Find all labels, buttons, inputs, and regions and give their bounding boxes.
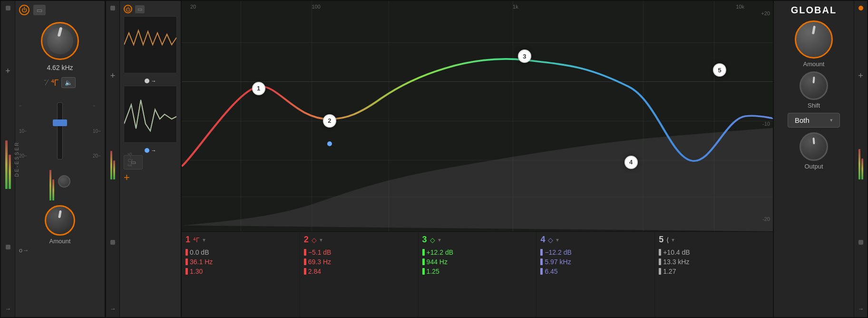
band-2-number: 2 [328, 117, 331, 124]
band-5-dropdown[interactable]: ▾ [672, 237, 674, 243]
fader-label-20: 20− [19, 153, 27, 159]
band-3-filter-icon[interactable]: ◇ [430, 236, 435, 244]
global-output-knob[interactable] [800, 132, 828, 161]
band-1-header: 1 ⁴Γ ▾ [185, 235, 296, 245]
band-5-number-label[interactable]: 5 [659, 235, 663, 245]
deesser-fader-container [30, 102, 90, 159]
band-1-freq-row: 36.1 Hz [185, 258, 296, 266]
eq-controls-row: 1 ⁴Γ ▾ 0.0 dB 36.1 Hz 1.30 [182, 231, 773, 317]
fader-label-10: 10− [19, 129, 27, 134]
mid-meter [110, 141, 115, 179]
eq5-folder-button[interactable]: ▭ [135, 5, 145, 13]
band-node-1[interactable]: 1 [252, 82, 265, 95]
band-5-freq-value[interactable]: 13.3 kHz [663, 258, 689, 266]
band-node-2[interactable]: 2 [323, 114, 336, 128]
band-5-freq-row: 13.3 kHz [659, 258, 769, 266]
band-2-db-value[interactable]: −5.1 dB [308, 248, 332, 256]
band-4-freq-value[interactable]: 5.97 kHz [545, 258, 571, 266]
band-1-q-value[interactable]: 1.30 [190, 268, 203, 275]
deesser-fader-handle[interactable] [53, 119, 67, 126]
band-3-freq-value[interactable]: 944 Hz [427, 258, 448, 266]
band-1-filter-icon[interactable]: ⁴Γ [193, 236, 200, 244]
band-2-filter-icon[interactable]: ◇ [312, 236, 317, 244]
band-3-q-value[interactable]: 1.25 [427, 268, 439, 275]
right-arrow-button[interactable]: → [858, 305, 864, 312]
band-1-dropdown[interactable]: ▾ [203, 237, 205, 243]
band-5-filter-icon[interactable]: ⟨ [666, 236, 669, 244]
mid-arrow-button[interactable]: → [110, 305, 116, 312]
band-2-dropdown[interactable]: ▾ [320, 237, 322, 243]
deesser-amount-knob[interactable] [45, 205, 75, 236]
deesser-power-button[interactable]: ⏻ [19, 5, 29, 15]
band-5-q-value[interactable]: 1.27 [663, 268, 676, 275]
band-3-db-bar [422, 249, 425, 256]
eq5-arrow-icon-top: → [151, 78, 156, 84]
eq5-power-icon: ⏻ [126, 7, 130, 12]
deesser-threshold-section: − 10− 20− − 10− 20− [19, 93, 101, 159]
band-5-db-value[interactable]: +10.4 dB [663, 248, 690, 256]
band-node-5[interactable]: 5 [713, 63, 726, 77]
deesser-meter-seg2 [52, 179, 54, 200]
band-2-db-row: −5.1 dB [304, 248, 414, 256]
band-2-header: 2 ◇ ▾ [304, 235, 414, 245]
deesser-freq-knob[interactable] [41, 22, 79, 60]
band-1-freq-value[interactable]: 36.1 Hz [190, 258, 213, 266]
eq5-rect-button[interactable]: ▭ [124, 155, 143, 169]
filter-shape-shelf[interactable]: ˉ∕ [44, 79, 48, 87]
band-3-db-value[interactable]: +12.2 dB [427, 248, 453, 256]
band-2-number-label[interactable]: 2 [304, 235, 309, 245]
mid-meter-seg1 [110, 151, 112, 179]
eq5-add-button[interactable]: + [124, 171, 177, 184]
band-4-q-value[interactable]: 6.45 [545, 268, 557, 275]
both-dropdown-arrow: ▾ [830, 117, 833, 123]
deesser-folder-button[interactable]: ▭ [33, 5, 46, 15]
band-node-3[interactable]: 3 [518, 50, 531, 63]
left-arrow-button[interactable]: → [5, 305, 11, 312]
band-4-filter-icon[interactable]: ◇ [548, 236, 553, 244]
band-4-freq-row: 5.97 kHz [540, 258, 651, 266]
band-4-dropdown[interactable]: ▾ [556, 237, 559, 243]
band-4-number-label[interactable]: 4 [540, 235, 545, 245]
band-3-q-row: 1.25 [422, 268, 533, 275]
meter-seg-2 [9, 155, 11, 189]
meter-seg-1 [5, 140, 8, 189]
eq5-power-button[interactable]: ⏻ [124, 5, 132, 13]
eq5-panel: ⏻ ▭ → → ▭ [120, 1, 182, 317]
band-node-4[interactable]: 4 [624, 156, 638, 169]
global-amount-knob[interactable] [795, 20, 833, 59]
band-1-freq-bar [185, 258, 188, 265]
deesser-fader-labels-2: − 10− 20− [93, 102, 101, 159]
eq5-arrow-icon-bottom: → [151, 148, 156, 153]
filter-shape-bell[interactable]: ⁴Γ [51, 78, 59, 88]
deesser-route-button[interactable]: o→ [19, 247, 29, 254]
mid-add-button[interactable]: + [110, 71, 116, 81]
deesser-fader-track[interactable] [57, 102, 63, 159]
band-3-q-bar [422, 268, 425, 275]
spectrum-fill [182, 128, 773, 231]
global-both-dropdown[interactable]: Both ▾ [788, 113, 840, 128]
left-strip-dot-bottom [6, 245, 10, 249]
band-3-dropdown[interactable]: ▾ [438, 237, 441, 243]
band-2-freq-bar [304, 258, 306, 265]
band-3-number-label[interactable]: 3 [422, 235, 427, 245]
right-add-button[interactable]: + [858, 71, 863, 81]
band-5-q-bar [659, 268, 661, 275]
band-4-db-value[interactable]: −12.2 dB [545, 248, 571, 256]
deesser-meter-seg1 [49, 170, 51, 200]
global-title: GLOBAL [791, 5, 837, 16]
global-shift-label: Shift [808, 102, 820, 109]
band-1-db-value[interactable]: 0.0 dB [190, 248, 209, 256]
eq5-folder-icon: ▭ [137, 6, 142, 12]
band-2-q-value[interactable]: 2.84 [308, 268, 321, 275]
left-strip: + → [1, 1, 15, 317]
global-shift-knob[interactable] [800, 71, 828, 100]
band-5-number: 5 [718, 67, 722, 74]
band-2-freq-value[interactable]: 69.3 Hz [308, 258, 331, 266]
global-amount-label: Amount [803, 60, 825, 68]
eq-graph[interactable]: 20 100 1k 10k +20 -10 -20 [182, 1, 773, 231]
left-add-button[interactable]: + [5, 66, 10, 76]
deesser-speaker-button[interactable]: 🔈 [61, 77, 76, 88]
deesser-freq-knob-inner [47, 28, 73, 54]
deesser-mini-knob[interactable] [58, 175, 70, 188]
band-1-number-label[interactable]: 1 [185, 235, 190, 245]
